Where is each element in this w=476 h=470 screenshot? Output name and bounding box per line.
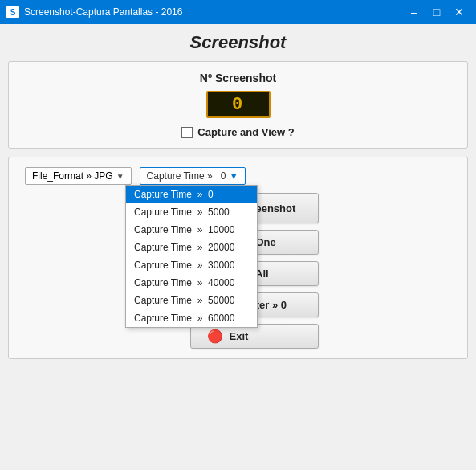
capture-time-text: Capture Time » 0 [147, 170, 226, 182]
close-button[interactable]: ✕ [449, 4, 470, 20]
file-format-label: File_Format » JPG [32, 170, 113, 182]
screenshot-number-label: Nº Screenshot [25, 72, 451, 84]
capture-view-checkbox[interactable] [181, 127, 193, 138]
capture-time-dropdown[interactable]: Capture Time » 0 Capture Time » 5000 Cap… [125, 185, 258, 328]
format-dropdown-arrow: ▼ [116, 172, 124, 181]
capture-view-row: Capture and View ? [25, 126, 451, 138]
dropdown-item-20000[interactable]: Capture Time » 20000 [126, 239, 257, 256]
app-title: Screenshot [8, 32, 468, 53]
app-icon: S [6, 6, 19, 18]
capture-time-arrow-icon: ▼ [229, 170, 238, 182]
dropdown-item-60000[interactable]: Capture Time » 60000 [126, 309, 257, 327]
capture-view-checkbox-wrapper[interactable]: Capture and View ? [181, 126, 294, 138]
title-bar: S Screenshot-Captura Pantallas - 2016 – … [0, 0, 476, 24]
dropdown-item-10000[interactable]: Capture Time » 10000 [126, 221, 257, 239]
dropdown-item-5000[interactable]: Capture Time » 5000 [126, 203, 257, 221]
bottom-panel: File_Format » JPG ▼ Capture Time » 0 ▼ C… [8, 157, 468, 359]
exit-button-label: Exit [230, 330, 249, 342]
capture-view-label: Capture and View ? [197, 126, 294, 138]
capture-time-select[interactable]: Capture Time » 0 ▼ [140, 167, 246, 185]
dropdown-item-0[interactable]: Capture Time » 0 [126, 186, 257, 203]
dropdown-item-30000[interactable]: Capture Time » 30000 [126, 256, 257, 274]
file-format-select[interactable]: File_Format » JPG ▼ [25, 167, 132, 185]
maximize-button[interactable]: □ [426, 4, 447, 20]
minimize-button[interactable]: – [404, 4, 425, 20]
format-row: File_Format » JPG ▼ Capture Time » 0 ▼ [25, 167, 451, 185]
dropdown-item-50000[interactable]: Capture Time » 50000 [126, 292, 257, 309]
exit-icon: 🔴 [207, 329, 223, 344]
top-panel: Nº Screenshot 0 Capture and View ? [8, 61, 468, 149]
main-window: Screenshot Nº Screenshot 0 Capture and V… [0, 24, 476, 470]
counter-display: 0 [206, 91, 271, 118]
window-controls: – □ ✕ [404, 4, 470, 20]
dropdown-item-40000[interactable]: Capture Time » 40000 [126, 274, 257, 292]
title-bar-title: Screenshot-Captura Pantallas - 2016 [24, 6, 404, 18]
